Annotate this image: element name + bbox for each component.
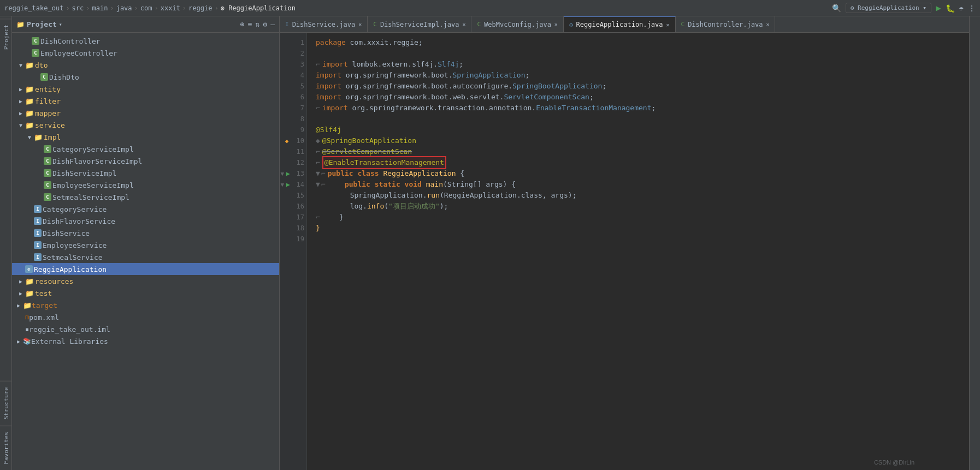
tree-label: DishService: [43, 229, 90, 237]
tree-item-dto[interactable]: ▼ 📁 dto: [12, 59, 279, 71]
breadcrumb-item[interactable]: java: [116, 4, 132, 12]
tree-item-employeeservice[interactable]: I EmployeeService: [12, 239, 279, 251]
tree-item-resources[interactable]: ▶ 📁 resources: [12, 275, 279, 287]
fold-icon-14: ▼: [316, 179, 320, 190]
fold-icon[interactable]: ▼: [280, 181, 285, 188]
search-icon[interactable]: 🔍: [832, 4, 841, 13]
tree-item-test[interactable]: ▶ 📁 test: [12, 287, 279, 299]
run-gutter-icon[interactable]: ▶: [286, 170, 290, 177]
debug-button[interactable]: 🐛: [946, 4, 955, 13]
run-button[interactable]: ▶: [936, 3, 941, 13]
code-line-2: [316, 48, 969, 59]
settings-icon[interactable]: ⚙: [263, 20, 267, 28]
class-icon: C: [44, 145, 51, 153]
run-config-selector[interactable]: ⚙ ReggieApplication ▾: [846, 3, 931, 13]
tree-item-iml[interactable]: ▪ reggie_take_out.iml: [12, 323, 279, 335]
tab-close-icon[interactable]: ✕: [554, 21, 558, 27]
collapse-icon[interactable]: ≡: [248, 20, 252, 28]
project-title: 📁 Project ▾: [16, 20, 62, 28]
tree-item-setmealservice[interactable]: I SetmealService: [12, 251, 279, 263]
expand-icon[interactable]: ⇅: [256, 20, 260, 28]
tree-item-dishflavorservice[interactable]: I DishFlavorService: [12, 215, 279, 227]
code-editor: 1 2 3 4: [280, 33, 969, 470]
breadcrumb-item[interactable]: xxxit: [161, 4, 180, 12]
tree-item-dishflavorserviceimpl[interactable]: C DishFlavorServiceImpl: [12, 155, 279, 167]
tree-label: pom.xml: [29, 313, 59, 322]
run-gutter-icon[interactable]: ▶: [286, 181, 290, 188]
tree-item-mapper[interactable]: ▶ 📁 mapper: [12, 107, 279, 119]
tree-item-impl[interactable]: ▼ 📁 Impl: [12, 131, 279, 143]
tree-item-dishserviceimpl[interactable]: C DishServiceImpl: [12, 167, 279, 179]
bookmark-icon[interactable]: ◆: [284, 138, 290, 145]
tree-item-employeecontroller[interactable]: C EmployeeController: [12, 47, 279, 59]
tree-item-dishcontroller[interactable]: C DishController: [12, 35, 279, 47]
folder-icon: 📁: [34, 133, 43, 141]
hide-icon[interactable]: —: [270, 20, 275, 28]
tree-item-filter[interactable]: ▶ 📁 filter: [12, 95, 279, 107]
tree-item-dishservice[interactable]: I DishService: [12, 227, 279, 239]
code-line-14: ▼ ⌐ public static void main(String[] arg…: [316, 179, 969, 190]
editor-area: I DishService.java ✕ C DishServiceImpl.j…: [280, 16, 969, 470]
more-button[interactable]: ⋮: [968, 4, 976, 13]
favorites-tab[interactable]: Favorites: [0, 426, 11, 470]
tree-label: EmployeeServiceImpl: [52, 181, 134, 189]
tab-dishservice[interactable]: I DishService.java ✕: [280, 16, 368, 32]
tree-item-categoryservice[interactable]: I CategoryService: [12, 203, 279, 215]
breadcrumb-item[interactable]: src: [72, 4, 84, 12]
tab-reggieapplication[interactable]: ⚙ ReggieApplication.java ✕: [564, 16, 676, 32]
gutter-row-15: 15: [280, 190, 306, 201]
gutter-row-5: 5: [280, 81, 306, 92]
tab-close-icon[interactable]: ✕: [462, 21, 465, 27]
tab-webmvcconfig[interactable]: C WebMvcConfig.java ✕: [471, 16, 563, 32]
structure-tab[interactable]: Structure: [0, 381, 11, 425]
breadcrumb-item[interactable]: reggie_take_out: [4, 4, 63, 12]
tab-dishserviceimpl[interactable]: C DishServiceImpl.java ✕: [368, 16, 471, 32]
tree-label: EmployeeService: [43, 241, 107, 249]
breadcrumb-item[interactable]: com: [140, 4, 152, 12]
gutter-row-13: ▼ ▶ 13: [280, 168, 306, 179]
tree-label: DishFlavorService: [43, 217, 115, 225]
code-line-9: @Slf4j: [316, 124, 969, 135]
tab-label: WebMvcConfig.java: [484, 21, 551, 28]
project-dropdown-arrow[interactable]: ▾: [59, 21, 62, 27]
tree-label: DishServiceImpl: [52, 169, 116, 177]
tree-item-reggieapplication[interactable]: ⚙ ReggieApplication: [12, 263, 279, 275]
tree-item-pomxml[interactable]: m pom.xml: [12, 311, 279, 323]
tree-label: DishFlavorServiceImpl: [52, 157, 142, 165]
tree-item-categoryserviceimpl[interactable]: C CategoryServiceImpl: [12, 143, 279, 155]
tree-item-dishdto[interactable]: C DishDto: [12, 71, 279, 83]
tree-item-service[interactable]: ▼ 📁 service: [12, 119, 279, 131]
code-line-12: ⌐ @EnableTransactionManagement: [316, 157, 969, 168]
coverage-button[interactable]: ☂: [959, 4, 964, 13]
watermark: CSDN @DirLin: [874, 459, 914, 466]
library-icon: 📚: [23, 337, 31, 345]
interface-icon: I: [34, 241, 42, 249]
tree-item-external-libraries[interactable]: ▶ 📚 External Libraries: [12, 335, 279, 347]
gutter-row-3: 3: [280, 59, 306, 70]
locate-icon[interactable]: ⊕: [240, 20, 245, 28]
tree-item-employeeserviceimpl[interactable]: C EmployeeServiceImpl: [12, 179, 279, 191]
class-icon: C: [44, 181, 51, 189]
tree-item-entity[interactable]: ▶ 📁 entity: [12, 83, 279, 95]
tree-item-target[interactable]: ▶ 📁 target: [12, 299, 279, 311]
fold-icon[interactable]: ▼: [280, 170, 285, 177]
tab-dishcontroller[interactable]: C DishController.java ✕: [676, 16, 776, 32]
folder-icon: 📁: [25, 121, 34, 129]
iml-icon: ▪: [25, 325, 29, 333]
tree-label: resources: [35, 277, 73, 285]
project-tab[interactable]: Project: [0, 19, 11, 55]
breadcrumb-item[interactable]: reggie: [188, 4, 212, 12]
top-bar: reggie_take_out › src › main › java › co…: [0, 0, 980, 16]
tab-close-icon[interactable]: ✕: [358, 21, 362, 27]
project-header: 📁 Project ▾ ⊕ ≡ ⇅ ⚙ —: [12, 16, 279, 33]
code-content[interactable]: package com.xxxit.reggie; ⌐ import lombo…: [307, 33, 969, 470]
tab-close-icon[interactable]: ✕: [666, 22, 669, 28]
top-bar-right: 🔍 ⚙ ReggieApplication ▾ ▶ 🐛 ☂ ⋮: [832, 3, 976, 13]
breadcrumb-item[interactable]: main: [92, 4, 108, 12]
code-line-13: ▼ ⌐ public class ReggieApplication {: [316, 168, 969, 179]
tab-close-icon[interactable]: ✕: [766, 21, 769, 27]
tree-item-setmealserviceimpl[interactable]: C SetmealServiceImpl: [12, 191, 279, 203]
code-line-18: }: [316, 223, 969, 234]
code-line-8: [316, 114, 969, 124]
code-line-3: ⌐ import lombok.extern.slf4j.Slf4j;: [316, 59, 969, 70]
